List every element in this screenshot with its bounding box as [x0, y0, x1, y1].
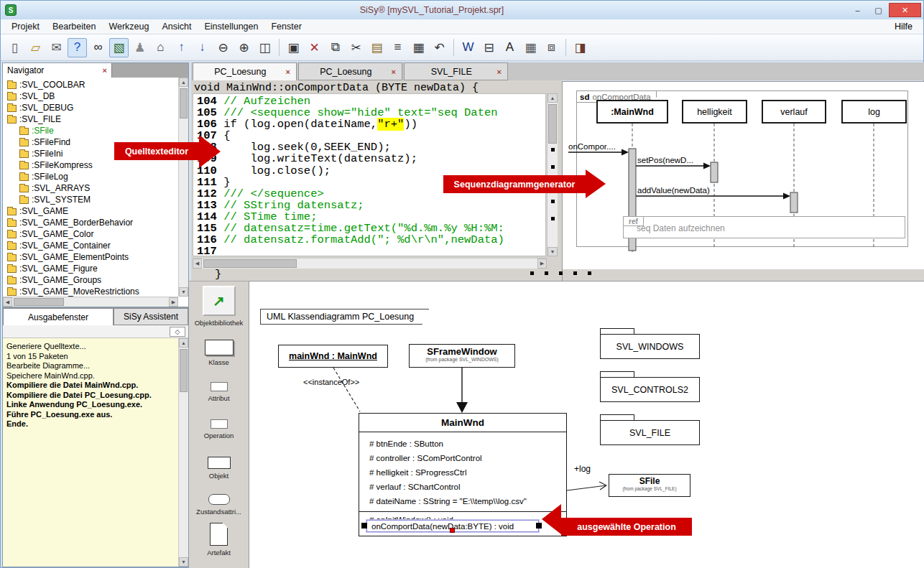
package-svl-file[interactable]: SVL_FILE	[600, 420, 700, 445]
table-icon[interactable]: ▦	[409, 38, 428, 57]
red-arrowhead-left-icon[interactable]	[542, 504, 561, 534]
output-vscrollbar[interactable]: ▲ ▼	[178, 338, 188, 567]
selection-handle[interactable]	[588, 271, 591, 275]
palette-item-state-attribute[interactable]: Zustandsattri...	[189, 494, 249, 516]
menu-item-fenster[interactable]: Fenster	[264, 20, 308, 33]
message-oncomport[interactable]: onCompor....	[568, 142, 616, 151]
palette-item-object[interactable]: Objekt	[189, 457, 249, 480]
new-document-icon[interactable]: ▯	[5, 38, 24, 57]
selection-handle[interactable]	[551, 217, 555, 220]
word-export-icon[interactable]: W	[458, 38, 478, 57]
minimize-button[interactable]: –	[847, 3, 868, 17]
mail-icon[interactable]: ✉	[47, 38, 66, 57]
navigator-vscrollbar[interactable]: ▲ ▼	[178, 78, 188, 297]
scroll-thumb[interactable]	[180, 349, 188, 392]
scroll-up-icon[interactable]: ▲	[548, 93, 558, 103]
scroll-thumb[interactable]	[548, 104, 557, 144]
scroll-thumb[interactable]	[203, 259, 297, 268]
tree-item[interactable]: :SVL_GAME_Color	[3, 228, 178, 240]
home-icon[interactable]: ⌂	[151, 38, 170, 57]
menu-item-werkzeug[interactable]: Werkzeug	[102, 20, 155, 33]
cut-icon[interactable]: ✂	[346, 38, 366, 57]
undo-icon[interactable]: ↶	[430, 38, 449, 57]
selection-handle[interactable]	[530, 271, 534, 275]
font-icon[interactable]: A	[500, 38, 519, 57]
palette-item-operation[interactable]: Operation	[189, 419, 249, 439]
tab-ausgabefenster[interactable]: Ausgabefenster	[3, 308, 114, 325]
palette-item-object-library[interactable]: Objektbibliothek	[189, 286, 249, 327]
print-icon[interactable]: ⊟	[479, 38, 499, 57]
class-sframewindow[interactable]: SFrameWindow (from package SVL_WINDOWS)	[409, 344, 515, 368]
copy-icon[interactable]: ⧉	[325, 38, 345, 57]
scroll-left-icon[interactable]: ◀	[3, 297, 12, 307]
scroll-right-icon[interactable]: ▶	[537, 259, 547, 269]
maximize-button[interactable]: ▢	[868, 3, 889, 17]
message-setpos[interactable]: setPos(newD...	[637, 156, 693, 164]
lifeline-mainwnd[interactable]: :MainWnd	[596, 100, 668, 124]
palette-item-artifact[interactable]: Artefakt	[189, 523, 249, 557]
class-attribute[interactable]: # btnEnde : SButton	[369, 437, 566, 451]
tree-item[interactable]: :SFileLog	[3, 171, 178, 182]
tree-item[interactable]: :SVL_ARRAYS	[3, 182, 178, 194]
tree-item[interactable]: :SVL_DB	[3, 90, 178, 102]
package-svl-controls2[interactable]: SVL_CONTROLS2	[600, 377, 700, 402]
scroll-up-icon[interactable]: ▲	[179, 78, 188, 87]
annotation-operation-arrow[interactable]: ausgewählte Operation	[561, 518, 692, 536]
editor-hscrollbar[interactable]: ◀ ▶	[193, 258, 547, 269]
tab-sisy-assistent[interactable]: SiSy Assistent	[114, 308, 188, 325]
class-attribute[interactable]: # verlauf : SChartControl	[369, 480, 566, 494]
selection-handle-red[interactable]	[450, 528, 455, 533]
red-arrowhead-right-icon[interactable]	[586, 169, 606, 198]
lifeline-log[interactable]: log	[841, 100, 907, 124]
tree-item[interactable]: :SVL_GAME_MoveRestrictions	[3, 286, 178, 297]
person-icon[interactable]: ♟	[130, 38, 149, 57]
scroll-right-icon[interactable]: ▶	[169, 297, 178, 307]
menu-item-einstellungen[interactable]: Einstellungen	[198, 20, 264, 33]
delete-icon[interactable]: ✕	[305, 38, 324, 57]
tab-close-icon[interactable]: ×	[286, 67, 290, 76]
tree-item[interactable]: :SVL_GAME_Figure	[3, 263, 178, 274]
tree-item[interactable]: :SFileKompress	[3, 159, 178, 171]
class-attribute[interactable]: # controller : SComPortControl	[369, 451, 566, 465]
message-addvalue[interactable]: addValue(newData)	[637, 186, 710, 195]
editor-tab[interactable]: SVL_FILE×	[404, 62, 508, 80]
tree-item[interactable]: :SVL_GAME_BorderBehavior	[3, 217, 178, 228]
navigator-tab[interactable]: Navigator ×	[3, 63, 112, 78]
menu-item-ansicht[interactable]: Ansicht	[155, 20, 198, 33]
tree-item[interactable]: :SFile	[3, 125, 178, 136]
package-svl-windows[interactable]: SVL_WINDOWS	[600, 334, 700, 359]
annotation-editor-arrow[interactable]: Quelltexteditor	[114, 142, 199, 160]
scroll-down-icon[interactable]: ▼	[548, 247, 558, 256]
class-mainwnd[interactable]: MainWnd # btnEnde : SButton# controller …	[359, 413, 567, 536]
navigate-up-icon[interactable]: ↑	[172, 38, 191, 57]
tree-item[interactable]: :SVL_DEBUG	[3, 102, 178, 113]
close-button[interactable]: ✕	[889, 3, 921, 17]
sequence-diagram-panel[interactable]: sd onComportData :MainWnd helligkeit ver…	[562, 81, 924, 269]
annotation-sequence-arrow[interactable]: Sequenzdiagrammgenerator	[443, 175, 586, 193]
palette-item-class[interactable]: Klasse	[189, 340, 249, 366]
selection-handle[interactable]	[573, 271, 577, 275]
tree-item[interactable]: :SVL_GAME_Groups	[3, 274, 178, 286]
tab-close-icon[interactable]: ×	[497, 67, 502, 76]
tree-item[interactable]: :SVL_SYSTEM	[3, 194, 178, 205]
scroll-left-icon[interactable]: ◀	[193, 259, 202, 269]
grid-icon[interactable]: ▦	[521, 38, 540, 57]
help-icon[interactable]: ?	[68, 38, 87, 57]
zoom-out-icon[interactable]: ⊖	[213, 38, 233, 57]
new-diagram-icon[interactable]: ▣	[284, 38, 303, 57]
tree-item[interactable]: :SVL_GAME_Container	[3, 240, 178, 251]
scroll-thumb[interactable]	[180, 88, 188, 118]
lifeline-verlauf[interactable]: verlauf	[762, 100, 826, 124]
navigator-tree[interactable]: :SVL_COOLBAR:SVL_DB:SVL_DEBUG:SVL_FILE:S…	[3, 78, 178, 297]
navigator-close-icon[interactable]: ×	[103, 66, 107, 75]
book-icon[interactable]: ◨	[570, 38, 590, 57]
open-folder-icon[interactable]: ▱	[26, 38, 45, 57]
page-preview-icon[interactable]: ◫	[255, 38, 274, 57]
scroll-up-icon[interactable]: ▲	[179, 338, 188, 348]
scroll-thumb[interactable]	[14, 298, 64, 306]
zoom-in-icon[interactable]: ⊕	[234, 38, 254, 57]
tree-item[interactable]: :SVL_COOLBAR	[3, 79, 178, 90]
menu-item-bearbeiten[interactable]: Bearbeiten	[46, 20, 102, 33]
search-binoculars-icon[interactable]: ∞	[88, 38, 108, 57]
outline-list-icon[interactable]: ≡	[388, 38, 407, 57]
